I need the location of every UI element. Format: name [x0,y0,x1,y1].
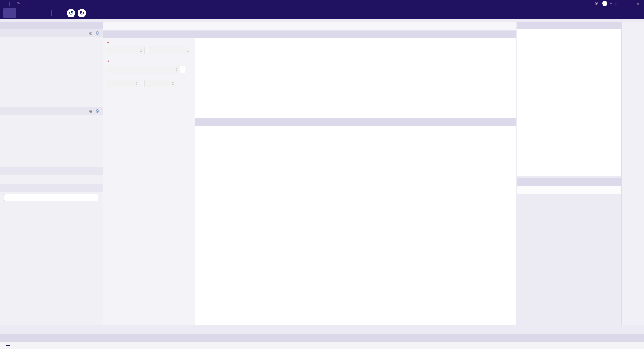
delay-input[interactable] [107,66,180,73]
data-set-table-header [517,186,621,194]
stepper-icon[interactable] [140,49,142,52]
channel-matrix-button[interactable] [3,8,16,18]
avatar[interactable] [602,1,607,6]
redo-button[interactable]: ↻ [78,9,86,17]
stepper-icon[interactable] [172,82,174,85]
channel-settings-icon[interactable]: ⚙ [95,31,99,35]
data-viewer-header [195,118,516,126]
settings-panel-header [103,31,195,38]
output-channel-header: ⊕ ⚙ [0,107,103,115]
waveform-viewer-header [195,31,516,38]
record-waveform-chart[interactable] [195,50,516,118]
settings-gear-icon[interactable]: ⚙ [593,1,600,6]
account-chevron-down-icon[interactable] [610,3,612,4]
stepper-icon[interactable] [135,82,138,85]
data-selector-header [517,22,621,29]
center-column [103,22,516,325]
charts-panel [195,31,516,325]
add-channel-icon[interactable]: ⊕ [89,109,92,114]
frequency-min-input[interactable] [107,80,140,87]
data-selector-tree [517,39,621,41]
window-divider: | [615,1,617,6]
bottom-strip [0,334,644,342]
close-button[interactable]: × [635,1,641,6]
required-marker [107,41,109,46]
setup-panel: ⊕ ⚙ ⊕ ⚙ [0,22,103,325]
delay-label [107,60,191,64]
minimize-button[interactable]: — [620,1,627,6]
delay-unit [180,66,185,73]
edit-title-icon[interactable]: ✎ [16,2,22,6]
record-duration-input[interactable] [107,47,145,54]
main-area: ⊕ ⚙ ⊕ ⚙ [0,19,644,334]
measurement-time-value [6,345,10,346]
titlebar: | ✎ ⚙ | — × [0,0,644,7]
required-marker [107,60,109,64]
calibration-button[interactable] [4,194,98,201]
toolbar: ↺ ↻ [0,7,644,19]
toolbar-divider [51,10,52,16]
setup-panel-header [0,22,103,29]
record-duration-unit-select[interactable] [149,47,191,54]
toolbar-divider-2 [62,10,62,16]
filter-header [0,167,103,175]
frequency-max-input[interactable] [144,80,176,87]
hardware-channel-toggle [0,318,103,325]
record-duration-label [107,41,191,46]
record-waveform-chart-title [195,38,516,44]
data-set-panel [517,178,621,194]
sequence-button[interactable] [34,8,47,18]
settings-panel [103,31,195,325]
add-channel-icon[interactable]: ⊕ [89,31,92,35]
measure-tabs [103,22,516,31]
input-channel-header: ⊕ ⚙ [0,29,103,37]
titlebar-divider: | [9,1,10,6]
stepper-icon[interactable] [175,68,178,71]
side-strip [621,22,644,325]
undo-button[interactable]: ↺ [67,9,75,17]
calibration-header [0,184,103,192]
chevron-down-icon [187,49,189,52]
data-selector-panel [517,22,621,176]
data-set-header [517,178,621,186]
channel-settings-icon[interactable]: ⚙ [95,109,99,114]
time-axis-labels [195,44,516,50]
status-bar [0,342,644,349]
right-column [517,22,621,194]
monitor-scope-button[interactable] [18,8,31,18]
data-selector-tabs [517,29,621,39]
